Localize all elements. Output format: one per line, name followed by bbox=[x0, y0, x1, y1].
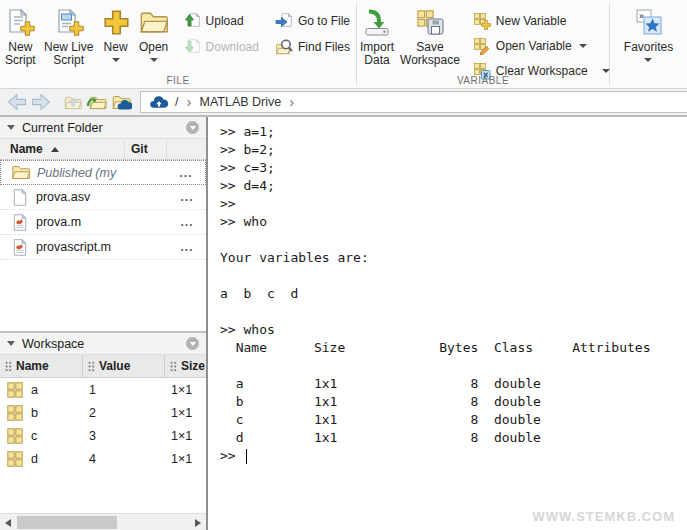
drag-handle-icon bbox=[88, 361, 95, 372]
drag-handle-icon bbox=[170, 361, 177, 372]
download-button[interactable]: Download bbox=[179, 34, 263, 60]
import-data-button[interactable]: Import Data bbox=[357, 4, 397, 67]
file-row-provascript-m[interactable]: provascript.m ... bbox=[0, 235, 206, 260]
console-prompt-line: >> bbox=[208, 447, 687, 465]
scroll-right-button[interactable] bbox=[190, 514, 206, 530]
column-header-size[interactable]: Size bbox=[165, 355, 206, 377]
column-header-menu[interactable] bbox=[166, 139, 206, 159]
column-header-name[interactable]: Name bbox=[0, 355, 83, 377]
matlab-file-icon bbox=[11, 239, 29, 256]
variable-size: 1×1 bbox=[165, 406, 206, 420]
find-files-label: Find Files bbox=[298, 40, 350, 54]
file-row-published[interactable]: Published (my ... bbox=[0, 160, 206, 185]
open-icon bbox=[138, 8, 170, 38]
clear-workspace-dropdown-icon bbox=[602, 69, 610, 73]
breadcrumb-chevron-icon: › bbox=[186, 96, 191, 108]
folder-up-icon[interactable] bbox=[62, 93, 84, 111]
new-live-script-icon bbox=[53, 8, 85, 38]
upload-label: Upload bbox=[206, 14, 244, 28]
save-workspace-button[interactable]: Save Workspace bbox=[397, 4, 463, 67]
scroll-left-icon bbox=[5, 519, 11, 527]
forward-icon[interactable] bbox=[30, 93, 52, 111]
collapse-panel-icon[interactable] bbox=[7, 125, 15, 130]
file-row-prova-asv[interactable]: prova.asv ... bbox=[0, 185, 206, 210]
file-section: New Script New Live Script New bbox=[0, 0, 356, 88]
command-window[interactable]: >> a=1; >> b=2; >> c=3; >> d=4; >> >> wh… bbox=[208, 117, 687, 530]
find-files-icon bbox=[275, 38, 293, 56]
console-output: >> a=1; >> b=2; >> c=3; >> d=4; >> >> wh… bbox=[208, 117, 687, 447]
file-section-label: FILE bbox=[0, 75, 356, 86]
row-menu-button[interactable]: ... bbox=[168, 215, 206, 229]
open-dropdown-icon bbox=[150, 58, 158, 62]
file-name: prova.asv bbox=[36, 190, 168, 204]
breadcrumb-chevron-icon: › bbox=[289, 96, 294, 108]
variable-row-b[interactable]: b 2 1×1 bbox=[0, 401, 206, 424]
scroll-left-button[interactable] bbox=[0, 514, 16, 530]
open-variable-icon bbox=[473, 37, 491, 55]
go-to-file-button[interactable]: Go to File bbox=[271, 8, 354, 34]
save-workspace-icon bbox=[414, 8, 446, 38]
panel-menu-icon[interactable] bbox=[186, 337, 199, 350]
scroll-right-icon bbox=[195, 519, 201, 527]
workspace-column-headers: Name Value Size bbox=[0, 355, 206, 378]
path-breadcrumb[interactable]: / › MATLAB Drive › bbox=[140, 91, 687, 113]
transfer-stack: Upload Download bbox=[179, 8, 263, 60]
variable-value: 3 bbox=[83, 429, 165, 443]
breadcrumb-root[interactable]: / bbox=[175, 95, 178, 109]
horizontal-scrollbar[interactable] bbox=[0, 513, 206, 530]
variable-row-c[interactable]: c 3 1×1 bbox=[0, 424, 206, 447]
row-menu-button[interactable]: ... bbox=[168, 190, 206, 204]
scrollbar-thumb[interactable] bbox=[17, 516, 117, 529]
cloud-folder-icon[interactable] bbox=[110, 93, 132, 111]
new-button[interactable]: New bbox=[97, 4, 135, 62]
watermark: WWW.STEMKB.COM bbox=[532, 509, 675, 524]
column-header-git[interactable]: Git bbox=[124, 139, 166, 159]
current-folder-header: Current Folder bbox=[0, 117, 206, 139]
back-icon[interactable] bbox=[6, 93, 28, 111]
open-label: Open bbox=[139, 41, 168, 54]
new-live-script-button[interactable]: New Live Script bbox=[41, 4, 97, 67]
address-bar: / › MATLAB Drive › bbox=[0, 89, 687, 117]
variable-row-a[interactable]: a 1 1×1 bbox=[0, 378, 206, 401]
find-files-button[interactable]: Find Files bbox=[271, 34, 354, 60]
workspace-panel: Workspace Name Value Size bbox=[0, 331, 206, 530]
variable-icon bbox=[7, 382, 23, 398]
matlab-drive-cloud-icon bbox=[149, 95, 169, 109]
column-header-value[interactable]: Value bbox=[83, 355, 165, 377]
row-menu-button[interactable]: ... bbox=[167, 166, 205, 180]
breadcrumb-folder[interactable]: MATLAB Drive bbox=[199, 95, 281, 109]
variable-icon bbox=[7, 405, 23, 421]
new-script-button[interactable]: New Script bbox=[0, 4, 41, 67]
download-icon bbox=[183, 38, 201, 56]
open-variable-button[interactable]: Open Variable bbox=[469, 33, 614, 58]
main-content: Current Folder Name Git Published (my bbox=[0, 117, 687, 530]
favorites-button[interactable]: » Favorites bbox=[621, 4, 676, 62]
favorites-section: » Favorites bbox=[610, 0, 687, 88]
row-menu-button[interactable]: ... bbox=[168, 240, 206, 254]
file-name: provascript.m bbox=[36, 240, 168, 254]
current-folder-column-headers: Name Git bbox=[0, 139, 206, 160]
file-row-prova-m[interactable]: prova.m ... bbox=[0, 210, 206, 235]
new-variable-button[interactable]: New Variable bbox=[469, 8, 614, 33]
collapse-panel-icon[interactable] bbox=[7, 341, 15, 346]
variable-size: 1×1 bbox=[165, 452, 206, 466]
favorites-label: Favorites bbox=[624, 41, 673, 54]
open-variable-label: Open Variable bbox=[496, 39, 572, 53]
panel-menu-icon[interactable] bbox=[186, 121, 199, 134]
new-label: New bbox=[104, 41, 128, 54]
folder-icon bbox=[12, 164, 30, 181]
sort-ascending-icon bbox=[51, 147, 59, 152]
new-live-script-label: New Live Script bbox=[44, 41, 94, 67]
go-to-file-icon bbox=[275, 12, 293, 30]
upload-button[interactable]: Upload bbox=[179, 8, 263, 34]
favorites-dropdown-icon bbox=[644, 58, 652, 62]
new-icon bbox=[100, 8, 132, 38]
open-button[interactable]: Open bbox=[135, 4, 173, 62]
variable-size: 1×1 bbox=[165, 383, 206, 397]
variable-row-d[interactable]: d 4 1×1 bbox=[0, 447, 206, 470]
matlab-file-icon bbox=[11, 214, 29, 231]
column-header-name[interactable]: Name bbox=[0, 142, 124, 156]
download-label: Download bbox=[206, 40, 259, 54]
import-data-icon bbox=[361, 8, 393, 38]
browse-folder-icon[interactable] bbox=[86, 93, 108, 111]
